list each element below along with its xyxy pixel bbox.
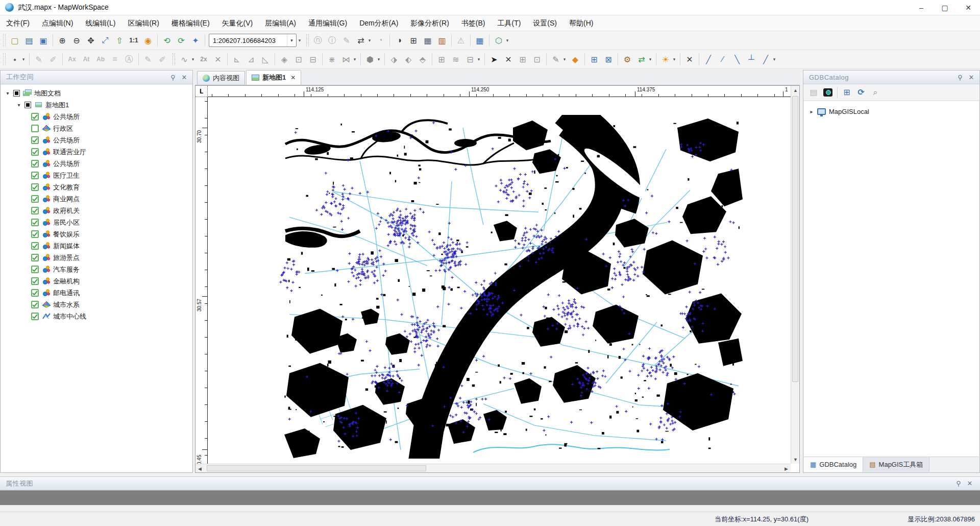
polyline-icon[interactable]: ∿ (178, 52, 191, 66)
grid-crop-icon[interactable]: ⊠ (602, 52, 615, 66)
layer-visibility-checkbox[interactable] (31, 136, 39, 144)
gear-dropdown[interactable]: ▾ (647, 52, 653, 66)
expander-icon[interactable]: ▸ (808, 109, 815, 114)
menu-item-8[interactable]: Dem分析(A) (353, 16, 404, 31)
layer-visibility-checkbox[interactable] (31, 254, 39, 261)
chart-icon[interactable]: ▥ (435, 33, 449, 47)
window-c-icon[interactable]: ⊟ (463, 52, 477, 66)
next-view-icon[interactable]: ⟳ (175, 33, 188, 47)
select-box-icon[interactable]: ⊞ (516, 52, 529, 66)
line-style-1-icon[interactable]: ╱ (702, 52, 715, 66)
select-poly-icon[interactable]: ⊡ (530, 52, 544, 66)
text-box-icon[interactable]: Ⓐ (122, 52, 136, 66)
region-a-icon[interactable]: ⬗ (387, 52, 401, 66)
route-dropdown[interactable]: ▾ (366, 33, 373, 47)
layer-row-0[interactable]: 公共场所 (1, 111, 192, 123)
bottom-tab-1[interactable]: ▤MapGIS工具箱 (863, 457, 929, 472)
layer-row-17[interactable]: 城市中心线 (1, 310, 192, 322)
layer-visibility-checkbox[interactable] (31, 125, 39, 132)
pin-icon[interactable]: ⚲ (955, 74, 965, 81)
menu-item-10[interactable]: 书签(B) (455, 16, 492, 31)
map-canvas[interactable] (208, 97, 791, 464)
menu-item-4[interactable]: 栅格编辑(E) (165, 16, 216, 31)
scale-list-dropdown[interactable]: ▾ (297, 33, 303, 47)
layer-row-4[interactable]: 公共场所 (1, 158, 192, 170)
layer-row-6[interactable]: 文化教育 (1, 181, 192, 193)
layer-row-11[interactable]: 新闻媒体 (1, 240, 192, 252)
window-settings-icon[interactable]: ⊞ (840, 86, 854, 99)
layer-visibility-checkbox[interactable] (31, 195, 39, 203)
merge-x-icon[interactable]: ⋈ (339, 52, 353, 66)
zoom-in-icon[interactable]: ⊕ (56, 33, 69, 47)
layer-row-8[interactable]: 政府机关 (1, 205, 192, 217)
layer-row-16[interactable]: 城市水系 (1, 299, 192, 310)
layer-visibility-checkbox[interactable] (31, 266, 39, 273)
contrast-icon[interactable]: ◑ (393, 33, 406, 47)
layer-visibility-checkbox[interactable] (31, 160, 39, 168)
layer-row-2[interactable]: 公共场所 (1, 134, 192, 146)
scroll-left-icon[interactable]: ◀ (195, 464, 204, 473)
snap-icon[interactable]: ⊡ (292, 52, 305, 66)
menu-item-12[interactable]: 设置(S) (527, 16, 563, 31)
collapse-icon[interactable]: ▾ (4, 90, 11, 96)
full-extent-icon[interactable]: ⇧ (113, 33, 126, 47)
close-icon[interactable]: ✕ (965, 480, 975, 487)
tree-item-map-document[interactable]: ▾地图文档 (1, 87, 192, 99)
lightbulb-icon[interactable]: ☀ (659, 52, 672, 66)
point-style-icon[interactable]: ● (8, 52, 21, 66)
close-icon[interactable]: ✕ (179, 74, 189, 81)
layer-row-14[interactable]: 金融机构 (1, 275, 192, 287)
sketch-dropdown[interactable]: ▾ (561, 52, 568, 66)
node-icon[interactable]: ◈ (278, 52, 291, 66)
window-b-icon[interactable]: ≋ (449, 52, 462, 66)
layer-visibility-checkbox[interactable] (31, 113, 39, 121)
layer-visibility-checkbox[interactable] (31, 183, 39, 191)
layer-row-9[interactable]: 居民小区 (1, 217, 192, 228)
layer-visibility-checkbox[interactable] (31, 242, 39, 250)
line-style-dropdown[interactable]: ▾ (771, 52, 777, 66)
menu-item-5[interactable]: 矢量化(V) (216, 16, 259, 31)
snapshot-icon[interactable] (821, 86, 835, 99)
text-ax-icon[interactable]: Ax (65, 52, 79, 66)
previous-view-icon[interactable]: ⟲ (160, 33, 174, 47)
layer-visibility-checkbox[interactable] (31, 313, 39, 320)
horizontal-scrollbar[interactable]: ◀ ▶ (195, 464, 791, 472)
split-window-icon[interactable]: ⊞ (407, 33, 420, 47)
region-dropdown[interactable]: ▾ (376, 52, 382, 66)
region-fill-icon[interactable]: ⬢ (363, 52, 377, 66)
arc-add-icon[interactable]: ⊾ (230, 52, 243, 66)
line-tools-dropdown[interactable]: ▾ (352, 52, 358, 66)
select-cursor-icon[interactable]: ➤ (487, 52, 501, 66)
pin-icon[interactable]: ⚲ (168, 74, 178, 81)
save-icon[interactable]: ▣ (37, 33, 50, 47)
edit-pencil2-icon[interactable]: ✐ (156, 52, 169, 66)
bottom-tab-0[interactable]: ▦GDBCatalog (804, 457, 863, 472)
effects-icon[interactable]: ✦ (189, 33, 202, 47)
attribute-table-icon[interactable]: ▦ (421, 33, 434, 47)
align-icon[interactable]: ≡ (108, 52, 121, 66)
maximize-button[interactable]: ▢ (933, 0, 957, 15)
layer-row-15[interactable]: 邮电通讯 (1, 287, 192, 299)
menu-item-13[interactable]: 帮助(H) (563, 16, 599, 31)
menu-item-1[interactable]: 点编辑(N) (36, 16, 79, 31)
minimize-button[interactable]: – (910, 0, 933, 15)
smooth-icon[interactable]: ⊟ (306, 52, 320, 66)
region-b-icon[interactable]: ⬖ (402, 52, 415, 66)
scroll-down-icon[interactable]: ▼ (791, 455, 800, 464)
menu-item-11[interactable]: 工具(T) (491, 16, 527, 31)
vertical-scroll-thumb[interactable] (792, 96, 798, 382)
close-icon[interactable]: ✕ (966, 74, 976, 81)
diamond-tool-icon[interactable]: ◆ (569, 52, 582, 66)
pan-icon[interactable]: ✥ (84, 33, 97, 47)
stamp-edit-icon[interactable]: ✎ (32, 52, 45, 66)
warning-icon[interactable]: ⚠ (454, 33, 468, 47)
plugin-icon[interactable]: ⬡ (492, 33, 505, 47)
vertical-scrollbar[interactable]: ▲ ▼ (791, 86, 799, 464)
arc-cut-icon[interactable]: ⊿ (244, 52, 258, 66)
line-style-4-icon[interactable]: ┴ (745, 52, 758, 66)
window-dropdown[interactable]: ▾ (476, 52, 482, 66)
menu-item-6[interactable]: 层编辑(A) (259, 16, 302, 31)
tab-新地图1[interactable]: 新地图1✕ (246, 70, 301, 85)
layer-visibility-checkbox[interactable] (31, 301, 39, 308)
actual-size-icon[interactable]: 1:1 (127, 33, 140, 47)
